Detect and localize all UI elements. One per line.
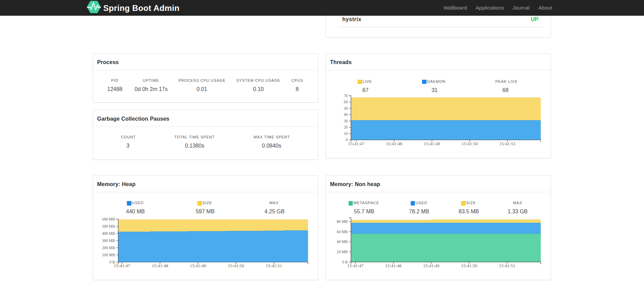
svg-text:600 MB: 600 MB [102,217,115,221]
svg-text:15:41:49: 15:41:49 [423,263,440,268]
svg-text:15:41:48: 15:41:48 [152,263,168,268]
svg-text:80 MB: 80 MB [337,219,348,224]
svg-text:15:41:50: 15:41:50 [462,141,478,146]
svg-text:15:41:47: 15:41:47 [348,141,365,146]
svg-text:15:41:49: 15:41:49 [190,263,206,268]
svg-text:0: 0 [346,138,348,142]
svg-text:200 MB: 200 MB [102,246,115,250]
svg-text:10: 10 [344,132,348,136]
svg-text:15:41:48: 15:41:48 [385,263,401,268]
svg-text:15:41:48: 15:41:48 [386,141,402,146]
svg-text:60 MB: 60 MB [337,230,348,234]
svg-text:20: 20 [344,125,348,129]
svg-text:15:41:47: 15:41:47 [347,263,364,268]
svg-text:40: 40 [344,112,348,117]
svg-text:50: 50 [344,106,348,110]
svg-text:30: 30 [344,119,348,123]
svg-text:40 MB: 40 MB [337,240,348,244]
svg-text:100 MB: 100 MB [102,253,115,257]
svg-text:20 MB: 20 MB [337,250,348,254]
svg-text:300 MB: 300 MB [102,239,115,243]
svg-text:70: 70 [344,94,348,98]
svg-text:60: 60 [344,100,348,104]
svg-text:15:41:51: 15:41:51 [500,141,516,146]
svg-text:15:41:51: 15:41:51 [266,263,282,268]
svg-text:15:41:47: 15:41:47 [114,263,130,268]
svg-text:15:41:50: 15:41:50 [461,263,477,268]
svg-text:15:41:49: 15:41:49 [424,141,440,146]
svg-text:500 MB: 500 MB [102,224,115,228]
svg-text:400 MB: 400 MB [102,231,115,235]
svg-text:15:41:50: 15:41:50 [228,263,244,268]
svg-text:15:41:51: 15:41:51 [499,263,515,268]
